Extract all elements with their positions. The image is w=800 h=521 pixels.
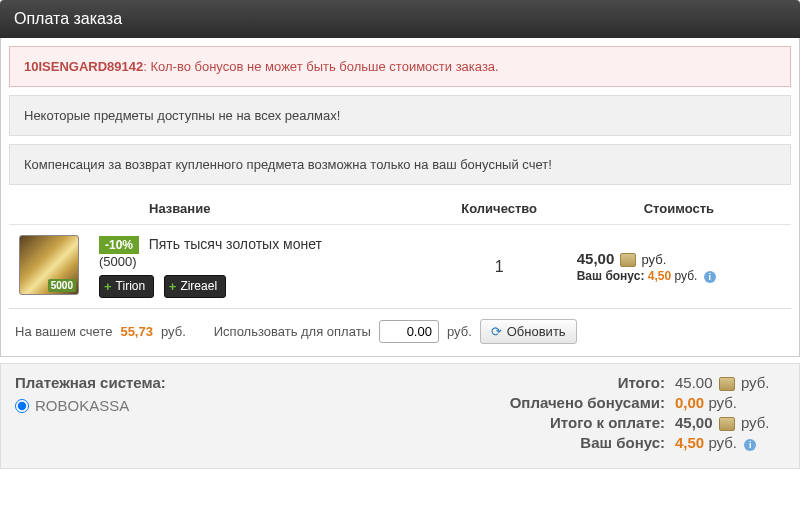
item-qty: 1 (432, 225, 567, 309)
bonus-label: Ваш бонус: (577, 269, 645, 283)
coin-icon (719, 417, 735, 431)
item-icon: 5000 (19, 235, 79, 295)
your-bonus-value: 4,50 (675, 434, 704, 451)
refresh-icon: ⟳ (491, 324, 502, 339)
item-subtitle: (5000) (99, 254, 422, 269)
order-table: Название Количество Стоимость 5000 -10% … (9, 193, 791, 308)
refresh-button[interactable]: ⟳ Обновить (480, 319, 577, 344)
input-unit: руб. (447, 324, 472, 339)
error-alert: 10ISENGARD89142: Кол-во бонусов не может… (9, 46, 791, 87)
panel-body: 10ISENGARD89142: Кол-во бонусов не может… (0, 38, 800, 357)
notice-refund: Компенсация за возврат купленного предме… (9, 144, 791, 185)
balance-value: 55,73 (120, 324, 153, 339)
unit: руб. (708, 434, 737, 451)
info-icon[interactable]: i (704, 271, 716, 283)
use-bonus-bar: На вашем счете 55,73 руб. Использовать д… (9, 308, 791, 348)
plus-icon: + (169, 279, 177, 294)
paid-bonus-value: 0,00 (675, 394, 704, 411)
coin-icon (719, 377, 735, 391)
price-unit: руб. (642, 252, 667, 267)
item-icon-badge: 5000 (48, 279, 76, 292)
payment-system-radio[interactable] (15, 399, 29, 413)
plus-icon: + (104, 279, 112, 294)
total-value: 45.00 (675, 374, 713, 391)
bonus-amount-input[interactable] (379, 320, 439, 343)
notice-realms: Некоторые предметы доступны не на всех р… (9, 95, 791, 136)
discount-badge: -10% (99, 236, 139, 254)
realm-label: Zireael (180, 279, 217, 293)
total-label: Итого: (475, 374, 665, 391)
error-message: : Кол-во бонусов не может быть больше ст… (143, 59, 498, 74)
summary-panel: Платежная система: ROBOKASSA Итого: 45.0… (0, 363, 800, 469)
unit: руб. (708, 394, 737, 411)
coin-icon (620, 253, 636, 267)
col-qty: Количество (432, 193, 567, 225)
realm-button-tirion[interactable]: + Tirion (99, 275, 154, 298)
refresh-label: Обновить (507, 324, 566, 339)
balance-unit: руб. (161, 324, 186, 339)
info-icon[interactable]: i (744, 439, 756, 451)
balance-label: На вашем счете (15, 324, 112, 339)
to-pay-value: 45,00 (675, 414, 713, 431)
use-label: Использовать для оплаты (214, 324, 371, 339)
error-code: 10ISENGARD89142 (24, 59, 143, 74)
paid-bonus-label: Оплачено бонусами: (475, 394, 665, 411)
your-bonus-label: Ваш бонус: (475, 434, 665, 451)
unit: руб. (741, 374, 770, 391)
col-cost: Стоимость (567, 193, 791, 225)
to-pay-label: Итого к оплате: (475, 414, 665, 431)
realm-label: Tirion (116, 279, 146, 293)
payment-system-label: Платежная система: (15, 374, 475, 391)
realm-button-zireael[interactable]: + Zireael (164, 275, 226, 298)
panel-header: Оплата заказа (0, 0, 800, 38)
page-title: Оплата заказа (14, 10, 122, 27)
payment-system-name: ROBOKASSA (35, 397, 129, 414)
bonus-unit: руб. (674, 269, 697, 283)
table-row: 5000 -10% Пять тысяч золотых монет (5000… (9, 225, 791, 309)
col-name: Название (89, 193, 432, 225)
item-price: 45,00 (577, 250, 615, 267)
unit: руб. (741, 414, 770, 431)
item-title: Пять тысяч золотых монет (149, 236, 322, 252)
bonus-value: 4,50 (648, 269, 671, 283)
